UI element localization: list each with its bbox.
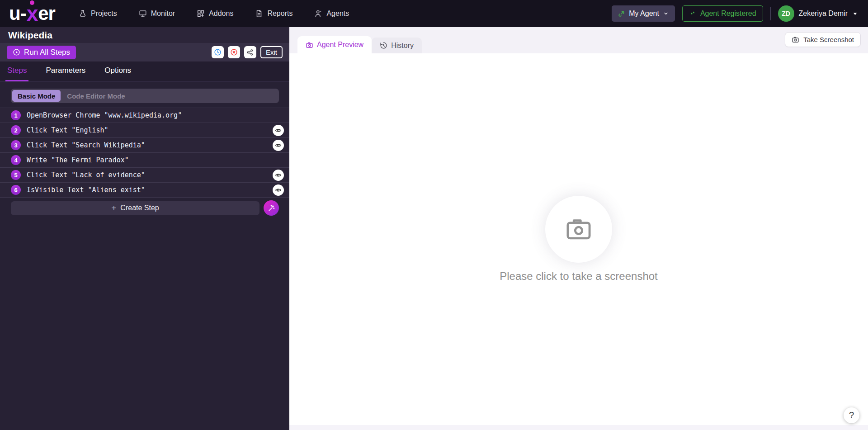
editor-mode-toggle: Basic Mode Code Editor Mode [11, 89, 279, 103]
nav-item-label: Addons [209, 9, 233, 18]
tab-label: History [391, 42, 414, 50]
create-step-row: + Create Step [11, 200, 279, 216]
step-command: IsVisible Text "Aliens exist" [27, 186, 145, 194]
monitor-icon [139, 9, 147, 18]
share-nodes-icon [246, 49, 254, 56]
tab-parameters[interactable]: Parameters [44, 66, 87, 81]
step-command: Click Text "English" [27, 126, 108, 134]
history-clock-icon [380, 42, 387, 49]
nav-item-label: Monitor [151, 9, 175, 18]
ai-wand-button[interactable] [264, 200, 279, 216]
step-number-badge: 3 [11, 140, 21, 150]
step-command: Click Text "Search Wikipedia" [27, 141, 145, 149]
play-circle-icon [13, 48, 20, 56]
step-preview-eye-button[interactable] [273, 184, 284, 196]
step-number-badge: 4 [11, 155, 21, 165]
step-preview-eye-button[interactable] [273, 170, 284, 181]
step-command: Write "The Fermi Paradox" [27, 156, 129, 164]
nav-item-label: Agents [326, 9, 349, 18]
logo-text: er [38, 4, 55, 23]
report-file-icon [255, 9, 263, 18]
tab-steps[interactable]: Steps [5, 66, 28, 81]
camera-icon [306, 41, 313, 49]
step-number-badge: 2 [11, 125, 21, 135]
create-step-button[interactable]: + Create Step [11, 201, 259, 215]
share-button[interactable] [244, 46, 256, 58]
code-editor-mode-button[interactable]: Code Editor Mode [67, 92, 125, 100]
nav-item-agents[interactable]: Agents [314, 9, 349, 18]
basic-mode-button[interactable]: Basic Mode [12, 90, 61, 102]
step-row-3[interactable]: 3 Click Text "Search Wikipedia" [0, 138, 289, 153]
nav-item-projects[interactable]: Projects [79, 9, 117, 18]
take-screenshot-label: Take Screenshot [803, 36, 854, 43]
tab-label: Agent Preview [317, 41, 363, 49]
step-row-5[interactable]: 5 Click Text "Lack of evidence" [0, 168, 289, 183]
plug-link-icon [689, 10, 696, 17]
nav-item-label: Projects [91, 9, 117, 18]
step-row-6[interactable]: 6 IsVisible Text "Aliens exist" [0, 183, 289, 198]
main-nav: Projects Monitor Addons Reports Agents [79, 9, 349, 18]
tab-history[interactable]: History [372, 38, 422, 53]
navbar-divider [770, 7, 771, 20]
editor-toolbar: Run All Steps Exit [0, 43, 289, 61]
magic-wand-icon [268, 204, 275, 212]
stop-button[interactable] [228, 46, 240, 58]
eye-icon [275, 127, 282, 134]
step-row-4[interactable]: 4 Write "The Fermi Paradox" [0, 153, 289, 168]
camera-icon [563, 214, 594, 245]
logo-text: u- [9, 4, 26, 23]
take-screenshot-button[interactable]: Take Screenshot [785, 32, 861, 47]
test-title-row: Wikipedia [0, 27, 289, 43]
addons-grid-icon [197, 9, 205, 18]
help-button[interactable]: ? [844, 407, 859, 423]
nav-item-monitor[interactable]: Monitor [139, 9, 175, 18]
step-number-badge: 1 [11, 110, 21, 120]
step-preview-eye-button[interactable] [273, 140, 284, 151]
user-menu[interactable]: ZD Zekeriya Demir [778, 5, 858, 22]
user-name: Zekeriya Demir [799, 9, 848, 18]
run-all-steps-label: Run All Steps [24, 48, 70, 57]
step-preview-eye-button[interactable] [273, 125, 284, 136]
nav-item-reports[interactable]: Reports [255, 9, 292, 18]
preview-tab-bar: Agent Preview History Take Screenshot [289, 27, 868, 53]
my-agent-label: My Agent [629, 9, 659, 18]
run-all-steps-button[interactable]: Run All Steps [7, 46, 76, 59]
flask-icon [79, 9, 87, 18]
panel-tab-bar: Steps Parameters Options [0, 61, 289, 82]
navbar-right-cluster: My Agent Agent Registered ZD Zekeriya De… [612, 5, 858, 22]
nav-item-label: Reports [267, 9, 292, 18]
screenshot-circle-button[interactable] [545, 196, 612, 263]
create-step-label: Create Step [120, 204, 159, 212]
tab-agent-preview[interactable]: Agent Preview [297, 36, 372, 53]
uxer-logo[interactable]: u-xer [9, 3, 55, 24]
clock-icon [214, 48, 222, 56]
chevron-down-icon [663, 11, 669, 16]
step-number-badge: 6 [11, 185, 21, 195]
step-row-1[interactable]: 1 OpenBrowser Chrome "www.wikipedia.org" [0, 108, 289, 123]
camera-icon [792, 36, 799, 43]
agent-registered-button[interactable]: Agent Registered [682, 5, 763, 22]
step-number-badge: 5 [11, 170, 21, 180]
link-icon [618, 10, 625, 17]
schedule-button[interactable] [212, 46, 224, 58]
step-row-2[interactable]: 2 Click Text "English" [0, 123, 289, 138]
eye-icon [275, 172, 282, 179]
eye-icon [275, 142, 282, 149]
agent-registered-label: Agent Registered [700, 9, 756, 18]
screenshot-canvas[interactable]: Please click to take a screenshot [289, 53, 868, 425]
avatar: ZD [778, 5, 794, 22]
stop-circle-x-icon [230, 48, 238, 56]
top-navbar: u-xer Projects Monitor Addons Reports [0, 0, 868, 27]
step-command: OpenBrowser Chrome "www.wikipedia.org" [27, 111, 182, 119]
logo-x-figure: x [27, 3, 38, 24]
exit-button[interactable]: Exit [260, 46, 283, 58]
my-agent-dropdown-button[interactable]: My Agent [612, 5, 675, 22]
tab-options[interactable]: Options [103, 66, 133, 81]
test-title: Wikipedia [8, 30, 52, 41]
agent-preview-panel: Agent Preview History Take Screenshot Pl… [289, 27, 868, 430]
test-editor-panel: Wikipedia Run All Steps Exit Steps [0, 27, 289, 430]
nav-item-addons[interactable]: Addons [197, 9, 233, 18]
step-command: Click Text "Lack of evidence" [27, 171, 145, 179]
screenshot-hint-text: Please click to take a screenshot [500, 270, 658, 283]
caret-down-icon [852, 11, 858, 17]
